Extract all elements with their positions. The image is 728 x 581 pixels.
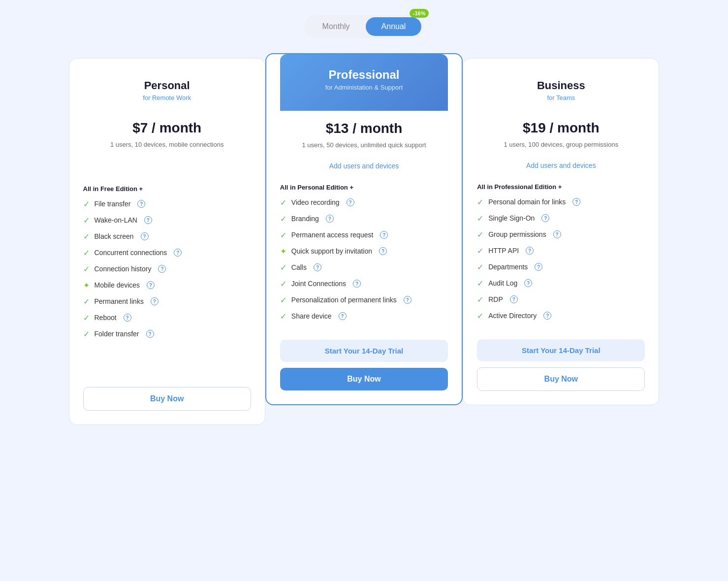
feature-text: Share device — [291, 312, 332, 320]
check-icon: ✓ — [83, 248, 90, 258]
billing-toggle[interactable]: Monthly Annual -16% — [304, 15, 424, 38]
personal-plan-name: Personal — [83, 79, 251, 92]
feature-text: Branding — [291, 215, 319, 223]
help-icon[interactable]: ? — [572, 198, 580, 206]
list-item: ✓ Audit Log ? — [477, 279, 645, 288]
plans-container: Personal for Remote Work $7 / month 1 us… — [69, 58, 660, 425]
personal-plan-price: $7 / month — [83, 120, 251, 136]
check-icon: ✓ — [280, 263, 286, 272]
help-icon[interactable]: ? — [524, 279, 532, 287]
list-item: ✓ Share device ? — [280, 312, 448, 321]
annual-toggle-btn[interactable]: Annual — [366, 17, 422, 36]
check-icon: ✓ — [83, 313, 90, 323]
business-buy-button[interactable]: Buy Now — [477, 367, 645, 391]
feature-text: Wake-on-LAN — [95, 216, 137, 224]
help-icon[interactable]: ? — [147, 281, 155, 289]
feature-text: Active Directory — [488, 312, 537, 320]
help-icon[interactable]: ? — [379, 247, 387, 255]
list-item: ✓ File transfer ? — [83, 199, 251, 209]
check-icon: ✓ — [280, 295, 286, 305]
monthly-toggle-btn[interactable]: Monthly — [307, 17, 366, 36]
help-icon[interactable]: ? — [137, 200, 145, 208]
list-item: ✓ Permanent access request ? — [280, 230, 448, 240]
help-icon[interactable]: ? — [144, 216, 152, 224]
check-icon: ✓ — [280, 230, 286, 240]
personal-buy-button[interactable]: Buy Now — [83, 387, 251, 411]
check-icon: ✓ — [83, 264, 90, 274]
check-icon: ✓ — [477, 311, 483, 321]
help-icon[interactable]: ? — [124, 314, 131, 322]
list-item: ✓ Personal domain for links ? — [477, 197, 645, 207]
help-icon[interactable]: ? — [526, 247, 534, 255]
check-icon: ✓ — [280, 214, 286, 224]
list-item: ✓ Black screen ? — [83, 232, 251, 241]
check-icon: ✓ — [83, 329, 90, 339]
help-icon[interactable]: ? — [151, 297, 158, 305]
feature-text: Quick support by invitation — [291, 247, 372, 255]
help-icon[interactable]: ? — [510, 295, 518, 303]
professional-plan-tagline: for Administation & Support — [290, 84, 438, 91]
professional-buy-button[interactable]: Buy Now — [280, 368, 448, 390]
feature-text: Folder transfer — [95, 330, 139, 338]
list-item: ✓ Branding ? — [280, 214, 448, 224]
professional-plan-name: Professional — [290, 68, 438, 82]
help-icon[interactable]: ? — [141, 232, 149, 240]
help-icon[interactable]: ? — [146, 330, 154, 338]
business-add-users-link[interactable]: Add users and devices — [477, 161, 645, 169]
help-icon[interactable]: ? — [353, 280, 361, 288]
help-icon[interactable]: ? — [553, 230, 561, 238]
list-item: ✓ Joint Connections ? — [280, 279, 448, 289]
feature-text: File transfer — [95, 200, 131, 208]
professional-feature-list: ✓ Video recording ? ✓ Branding ? ✓ Perma… — [280, 198, 448, 328]
personal-plan-tagline: for Remote Work — [83, 94, 251, 101]
professional-trial-button[interactable]: Start Your 14-Day Trial — [280, 340, 448, 362]
business-plan-price: $19 / month — [477, 120, 645, 136]
help-icon[interactable]: ? — [535, 263, 542, 271]
help-icon[interactable]: ? — [347, 198, 354, 206]
check-icon: ✓ — [83, 199, 90, 209]
business-trial-button[interactable]: Start Your 14-Day Trial — [477, 339, 645, 361]
personal-feature-list: ✓ File transfer ? ✓ Wake-on-LAN ? ✓ Blac… — [83, 199, 251, 346]
list-item: ✓ Connection history ? — [83, 264, 251, 274]
help-icon[interactable]: ? — [339, 312, 347, 320]
check-icon: ✓ — [477, 246, 483, 256]
list-item: ✓ Video recording ? — [280, 198, 448, 207]
business-plan-name: Business — [477, 79, 645, 92]
help-icon[interactable]: ? — [380, 231, 388, 239]
help-icon[interactable]: ? — [314, 263, 321, 271]
list-item: ✓ Calls ? — [280, 263, 448, 272]
business-plan-desc: 1 users, 100 devices, group permissions — [477, 140, 645, 150]
list-item: ✓ Departments ? — [477, 262, 645, 272]
check-icon: ✓ — [83, 297, 90, 306]
help-icon[interactable]: ? — [326, 215, 334, 223]
check-icon: ✓ — [280, 312, 286, 321]
check-icon: ✓ — [280, 279, 286, 289]
feature-text: Joint Connections — [291, 280, 346, 288]
list-item: ✓ Wake-on-LAN ? — [83, 216, 251, 225]
feature-text: RDP — [488, 295, 503, 303]
plan-professional: Professional for Administation & Support… — [265, 53, 463, 405]
list-item: ✓ Group permissions ? — [477, 230, 645, 239]
list-item: ✓ Single Sign-On ? — [477, 214, 645, 223]
personal-plan-desc: 1 users, 10 devices, mobile connections — [83, 140, 251, 150]
professional-add-users-link[interactable]: Add users and devices — [280, 162, 448, 170]
list-item: ✦ Quick support by invitation ? — [280, 247, 448, 256]
list-item: ✓ Permanent links ? — [83, 297, 251, 306]
list-item: ✓ Active Directory ? — [477, 311, 645, 321]
check-icon: ✓ — [477, 214, 483, 223]
list-item: ✓ Concurrent connections ? — [83, 248, 251, 258]
business-feature-list: ✓ Personal domain for links ? ✓ Single S… — [477, 197, 645, 327]
list-item: ✓ Folder transfer ? — [83, 329, 251, 339]
feature-text: Group permissions — [488, 230, 546, 238]
professional-header: Professional for Administation & Support — [280, 54, 448, 111]
feature-text: Personal domain for links — [488, 198, 566, 206]
list-item: ✓ RDP ? — [477, 295, 645, 304]
feature-text: Black screen — [95, 232, 134, 240]
help-icon[interactable]: ? — [543, 312, 551, 320]
list-item: ✓ Reboot ? — [83, 313, 251, 323]
star-icon: ✦ — [280, 247, 286, 256]
help-icon[interactable]: ? — [404, 296, 411, 304]
help-icon[interactable]: ? — [174, 249, 182, 257]
help-icon[interactable]: ? — [541, 214, 549, 222]
help-icon[interactable]: ? — [158, 265, 166, 273]
